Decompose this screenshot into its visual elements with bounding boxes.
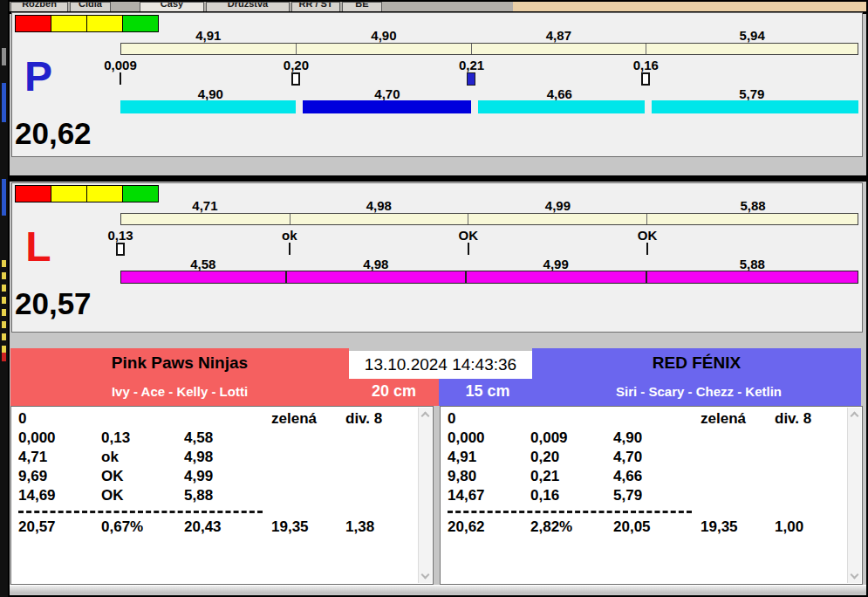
split-segment-top: [121, 214, 290, 224]
split-time-label: 4,99: [468, 198, 647, 212]
table-row: 14,670,165,79: [448, 486, 844, 505]
tab-label: Cidla: [71, 2, 110, 11]
table-cell: [271, 429, 345, 448]
table-total-cell: 20,43: [184, 518, 271, 537]
tab-BE[interactable]: BE: [342, 2, 382, 11]
changeover-time-label: 0,16: [633, 58, 659, 72]
tab-RR / ST[interactable]: RR / ST: [291, 2, 340, 11]
table-cell: [775, 467, 844, 486]
table-cell: 5,88: [184, 486, 271, 505]
splits-top-bar: [120, 213, 858, 225]
table-total-cell: 20,57: [18, 518, 101, 537]
table-cell: [345, 467, 415, 486]
table-cell: 0: [18, 409, 101, 429]
totals-separator: [448, 511, 692, 518]
left-team-header: Pink Paws Ninjas: [10, 348, 349, 379]
table-cell: 4,70: [613, 448, 701, 467]
table-cell: [775, 448, 844, 467]
table-totals-row: 20,570,67%20,4319,351,38: [18, 518, 415, 537]
table-total-cell: 19,35: [271, 518, 345, 537]
table-cell: 0,16: [530, 486, 613, 505]
horizontal-scrollbar[interactable]: [10, 585, 866, 594]
lane-letter: L: [18, 223, 58, 271]
splits-top-labels: 4,914,904,875,94: [120, 28, 858, 42]
sliver-decoration: [2, 353, 6, 361]
vertical-scrollbar[interactable]: [847, 408, 861, 583]
table-cell: OK: [101, 467, 184, 486]
changeover-marker-box-icon: [641, 72, 650, 86]
banner-row-names: Pink Paws Ninjas RED FÉNIX 13.10.2024 14…: [10, 348, 861, 379]
split-segment-top: [290, 214, 468, 224]
table-cell: 9,80: [448, 467, 530, 486]
status-light: [51, 185, 87, 202]
table-cell: zelená: [701, 409, 775, 429]
table-cell: div. 8: [345, 409, 415, 429]
vertical-scrollbar[interactable]: [418, 408, 432, 583]
right-team-header: RED FÉNIX: [532, 348, 861, 379]
table-cell: [271, 486, 345, 505]
table-cell: OK: [101, 486, 184, 505]
changeover-time-label: 0,009: [104, 58, 137, 72]
changeover-marker-tick-icon: [120, 72, 121, 85]
table-cell: [701, 429, 775, 448]
changeover-time-label: OK: [458, 228, 478, 243]
lane-letter: P: [18, 53, 58, 100]
table-cell: 4,66: [613, 467, 701, 486]
split-time-label: 5,79: [646, 86, 858, 100]
table-cell: 4,90: [613, 429, 701, 448]
changeover-marker-tick-icon: [289, 243, 290, 255]
table-row: 4,910,204,70: [448, 448, 844, 467]
tab-Časy[interactable]: Časy: [140, 2, 204, 11]
table-cell: 4,98: [184, 448, 271, 467]
table-cell: 0,000: [18, 429, 101, 448]
table-row: 9,800,214,66: [448, 467, 844, 486]
status-light: [86, 185, 123, 202]
split-time-label: 5,88: [646, 257, 858, 271]
status-light: [51, 15, 87, 32]
left-height-category: 20 cm: [349, 379, 439, 406]
left-team-subheader: Ivy - Ace - Kelly - Lotti 20 cm: [10, 379, 439, 406]
table-total-cell: 20,05: [613, 518, 701, 537]
tab-Cidla[interactable]: Cidla: [70, 2, 111, 11]
table-cell: 0,20: [530, 448, 613, 467]
sliver-decoration: [2, 83, 6, 122]
table-cell: [101, 409, 184, 429]
table-cell: [701, 486, 775, 505]
table-row: 0zelenádiv. 8: [448, 409, 844, 429]
table-row: 0zelenádiv. 8: [18, 409, 415, 429]
table-cell: 4,99: [184, 467, 271, 486]
split-segment-top: [646, 44, 858, 54]
lane-total-time: 20,57: [15, 286, 92, 321]
split-time-label: 4,90: [296, 28, 471, 42]
changeover-marker-box-filled-icon: [467, 72, 475, 86]
table-total-cell: 20,62: [448, 518, 530, 537]
table-cell: [530, 409, 613, 429]
changeover-time-label: OK: [638, 228, 658, 243]
table-total-cell: 19,35: [701, 518, 775, 537]
split-time-label: 4,98: [286, 257, 466, 271]
scroll-down-icon[interactable]: [851, 571, 859, 580]
table-body: 0zelenádiv. 80,0000,0094,904,910,204,709…: [448, 409, 844, 582]
splits-top-bar: [120, 43, 858, 55]
scroll-down-icon[interactable]: [421, 571, 430, 580]
table-cell: [775, 486, 844, 505]
table-total-cell: 0,67%: [101, 518, 184, 537]
changeover-marker-box-icon: [291, 72, 300, 86]
splits-bottom-bar: [120, 100, 858, 113]
scroll-up-icon[interactable]: [421, 412, 430, 421]
table-total-cell: 2,82%: [530, 518, 613, 537]
splits-bottom-labels: 4,904,704,665,79: [120, 86, 858, 100]
timing-app-window: RozbehCidlaČasyDružstvaRR / STBE P 4,914…: [8, 0, 868, 597]
scroll-up-icon[interactable]: [851, 412, 859, 421]
right-team-subheader: 15 cm Siri - Scary - Chezz - Ketlin: [439, 379, 861, 406]
split-time-label: 4,87: [471, 28, 646, 42]
table-cell: 14,67: [448, 486, 530, 505]
right-team-results-table: 0zelenádiv. 80,0000,0094,904,910,204,709…: [440, 406, 863, 585]
tab-label: Družstva: [207, 2, 289, 11]
tab-Rozbeh[interactable]: Rozbeh: [10, 2, 68, 11]
changeover-labels: 0,13okOKOK: [120, 228, 858, 242]
tab-Družstva[interactable]: Družstva: [206, 2, 290, 11]
split-time-label: 5,94: [646, 28, 858, 42]
split-segment-bottom: [478, 100, 645, 113]
table-cell: 4,71: [18, 448, 101, 467]
